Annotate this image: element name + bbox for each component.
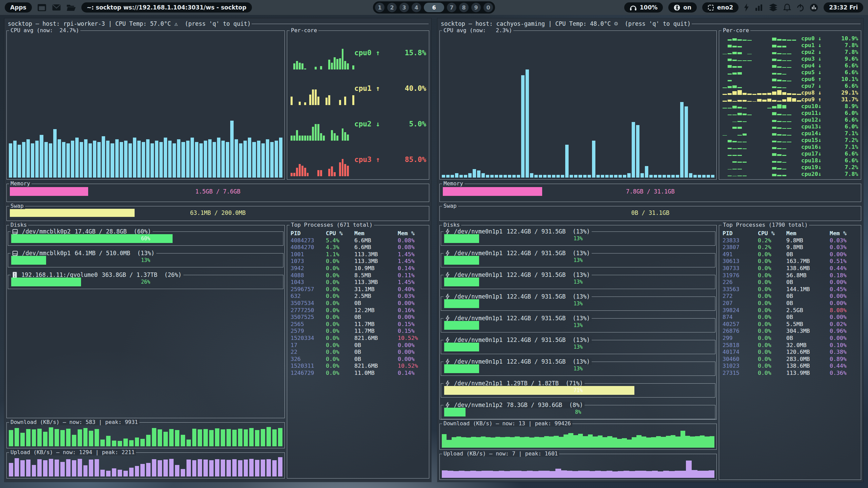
spark-bar xyxy=(732,60,737,61)
chart-bar xyxy=(135,438,139,446)
core-name: cpu19↓ xyxy=(801,164,822,170)
power-profile-icon[interactable] xyxy=(744,3,749,12)
chart-bar xyxy=(232,459,237,476)
process-cpu: 0.0% xyxy=(758,349,786,356)
chart-bar xyxy=(208,139,212,178)
terminal-window-right[interactable]: socktop — host: cachyos-gaming | CPU Tem… xyxy=(437,18,863,482)
process-cpu: 0.0% xyxy=(758,251,786,258)
core-label: cpu14↓ 7.1% xyxy=(801,130,858,137)
folder-icon[interactable] xyxy=(66,4,76,11)
process-pid: 491 xyxy=(723,251,758,258)
core-row-cpu20: cpu20↓ 7.8% xyxy=(723,170,858,177)
disk-usage-text: 17.4GB / 28.8GB (60%) xyxy=(75,228,151,235)
workspace-button-3[interactable]: 3 xyxy=(399,3,409,12)
window-icon[interactable] xyxy=(37,4,46,12)
workspace-button-1[interactable]: 1 xyxy=(375,3,384,12)
chart-bar xyxy=(32,429,36,446)
power-icon[interactable] xyxy=(796,4,804,12)
socktop-title-left: socktop — host: rpi-worker-3 | CPU Temp:… xyxy=(8,20,251,27)
per-core-panel-right: Per-core cpu0 ↓10.9%cpu1 ↓ 7.8%cpu2 ↓ 7.… xyxy=(719,30,861,180)
chart-bar xyxy=(456,436,461,448)
memory-meter-right: 7.8GB / 31.1GB xyxy=(440,184,861,202)
disk-name: /dev/nvme0n1p1 xyxy=(454,337,502,343)
core-percent: 9.6% xyxy=(841,56,858,62)
bell-icon[interactable] xyxy=(783,3,791,12)
process-mempct: 0.14% xyxy=(398,265,426,272)
chart-bar xyxy=(78,459,82,476)
chart-bar xyxy=(473,169,476,178)
mail-icon[interactable] xyxy=(52,4,61,11)
spark-bar xyxy=(743,176,747,176)
apps-button[interactable]: Apps xyxy=(5,2,32,13)
chart-bar xyxy=(151,143,154,178)
network-pill[interactable]: eno2 xyxy=(702,2,738,13)
disk-usage-icon[interactable] xyxy=(810,3,818,12)
core-row-cpu6: cpu6 ↑10.1% xyxy=(723,76,858,82)
chart-bar xyxy=(481,436,486,448)
chart-bar xyxy=(656,436,661,448)
core-row-cpu9: cpu9 ↑31.7% xyxy=(723,96,858,103)
disk-usage-bar: 60% xyxy=(11,234,280,243)
process-cpu: 0.0% xyxy=(326,258,354,265)
workspace-button-2[interactable]: 2 xyxy=(387,3,397,12)
terminal-window-left[interactable]: socktop — host: rpi-worker-3 | CPU Temp:… xyxy=(4,18,431,482)
spark-bar xyxy=(747,40,752,41)
disk-name: /dev/nvme0n1p1 xyxy=(454,315,502,322)
chart-bar xyxy=(578,175,582,178)
chart-bar xyxy=(663,175,666,178)
chart-bar xyxy=(700,435,705,448)
chart-bar xyxy=(455,173,458,178)
chart-bar xyxy=(705,436,709,448)
disk-percent: 8% xyxy=(444,409,712,415)
chart-bar xyxy=(561,470,567,478)
spark-bar xyxy=(342,128,344,141)
chart-bar xyxy=(554,436,558,448)
clock-pill[interactable]: 23:32 Fri xyxy=(824,2,863,13)
disk-percent: 13% xyxy=(444,236,712,242)
process-cpu: 5.4% xyxy=(326,237,354,244)
signal-bars-icon[interactable] xyxy=(754,4,763,11)
layers-icon[interactable] xyxy=(769,3,778,12)
disk-percent: 60% xyxy=(11,236,280,242)
workspace-button-6[interactable]: 6 xyxy=(424,3,444,12)
chart-bar xyxy=(55,429,59,446)
process-pid: 1043 xyxy=(291,279,326,286)
chart-bar xyxy=(209,460,214,476)
download-panel-left: Download (KB/s) — now: 583 | peak: 9931 xyxy=(6,422,285,448)
chart-bar xyxy=(9,463,13,476)
spark-bar xyxy=(743,60,747,61)
chart-bar xyxy=(671,435,675,448)
memory-meter-left: 1.5GB / 7.6GB xyxy=(7,184,429,202)
bluetooth-pill[interactable]: on xyxy=(668,2,697,13)
workspace-button-9[interactable]: 9 xyxy=(471,3,481,12)
window-title-pill[interactable]: ~: socktop ws://192.168.1.104:3031/ws - … xyxy=(81,2,252,13)
chart-bar xyxy=(217,138,220,178)
memory-usage-text: 1.5GB / 7.6GB xyxy=(7,188,429,195)
workspace-button-0[interactable]: 0 xyxy=(484,3,493,12)
core-percent: 6.6% xyxy=(841,150,858,157)
spark-bar xyxy=(293,136,295,141)
chart-bar xyxy=(215,428,219,446)
workspace-button-4[interactable]: 4 xyxy=(412,3,421,12)
core-name: cpu14↓ xyxy=(801,130,822,137)
chart-bar xyxy=(442,175,445,178)
core-percent: 7.1% xyxy=(841,144,858,150)
process-pid: 3507534 xyxy=(291,300,326,307)
spark-bar xyxy=(772,127,776,129)
spark-bar xyxy=(772,38,776,41)
chart-bar xyxy=(578,434,583,448)
chart-bar xyxy=(588,175,591,178)
taskbar-right: 100% on eno2 xyxy=(624,2,863,13)
workspace-button-8[interactable]: 8 xyxy=(459,3,469,12)
workspace-button-7[interactable]: 7 xyxy=(447,3,456,12)
process-pid: 3942 xyxy=(291,265,326,272)
spark-bar xyxy=(732,148,737,149)
bolt-icon xyxy=(445,402,450,408)
chart-bar xyxy=(490,175,494,178)
spark-bar xyxy=(772,174,776,176)
process-cpu: 0.0% xyxy=(326,335,354,342)
disk-percent: 13% xyxy=(444,301,712,307)
volume-pill[interactable]: 100% xyxy=(624,2,663,13)
spark-bar xyxy=(737,142,742,142)
spark-bar xyxy=(747,94,752,95)
